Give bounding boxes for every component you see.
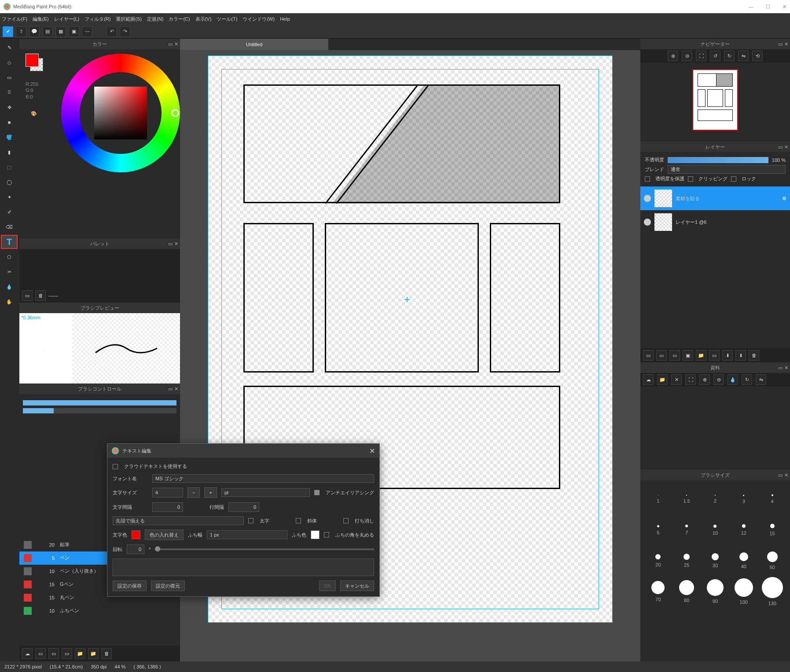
palette-area[interactable] [19,249,180,289]
text-input-area[interactable] [113,559,374,576]
panel-close-icon[interactable]: ✕ [174,41,178,47]
brushsize-cell[interactable]: 80 [672,576,701,607]
group-icon[interactable]: ▣ [683,350,693,361]
rotate-right-icon[interactable]: ↻ [724,51,735,61]
brushsize-cell[interactable]: 2 [701,484,730,515]
restore-settings-button[interactable]: 設定の復元 [151,581,185,591]
select-pen-icon[interactable]: ✐ [1,205,18,219]
maximize-icon[interactable]: ☐ [766,4,770,10]
layer-item[interactable]: レイヤー1 @6 [640,210,790,234]
text-color-chip[interactable] [132,530,140,539]
font-size-input[interactable] [152,488,183,497]
rotate-input[interactable] [127,544,144,554]
dup-brush-icon[interactable]: ▭ [62,648,72,659]
hand-tool-icon[interactable]: ✋ [1,295,18,309]
mat-rotate-icon[interactable]: ↻ [742,374,752,385]
visibility-icon[interactable] [644,195,651,202]
strike-checkbox[interactable] [343,518,349,523]
menu-color[interactable]: カラー(C) [169,16,190,22]
brushsize-cell[interactable]: 30 [701,545,730,576]
edge-width-dropdown[interactable]: 1 px [207,530,287,539]
menu-layer[interactable]: レイヤー(L) [54,16,79,22]
trash-icon[interactable]: 🗑 [101,648,112,659]
brushsize-cell[interactable]: 1.5 [672,484,701,515]
undo-icon[interactable]: ↶ [107,26,117,37]
delete-layer-icon[interactable]: 🗑 [749,350,759,361]
add2-icon[interactable]: ▭ [48,648,59,659]
menu-tool[interactable]: ツール(T) [217,16,237,22]
font-dropdown[interactable]: MS ゴシック [152,474,374,483]
brushsize-cell[interactable]: 4 [758,484,786,515]
panel-undock-icon[interactable]: ▭ [168,41,173,47]
cloud-brush-icon[interactable]: ☁ [22,648,33,659]
mat-fit-icon[interactable]: ⛶ [685,374,696,385]
menu-file[interactable]: ファイル(F) [2,16,27,22]
merge2-icon[interactable]: ⬇ [735,350,746,361]
mat-zoomout-icon[interactable]: ⊖ [713,374,724,385]
dot-tool-icon[interactable]: ⠿ [1,85,18,99]
mat-flip-icon[interactable]: ⇋ [756,374,766,385]
palette-add-icon[interactable]: ▭ [22,290,33,301]
palette-delete-icon[interactable]: 🗑 [35,290,46,301]
add-brush-icon[interactable]: ▭ [35,648,46,659]
folder-layer-icon[interactable]: 📁 [696,350,706,361]
gradient-tool-icon[interactable]: ▮ [1,145,18,159]
menu-view[interactable]: 表示(V) [195,16,212,22]
bold-checkbox[interactable] [248,518,254,523]
save-settings-button[interactable]: 設定の保存 [113,581,147,591]
blend-dropdown[interactable]: 通常 [668,165,786,174]
lock-checkbox[interactable] [731,176,736,182]
select-erase-icon[interactable]: ⌫ [1,220,18,234]
layer-item[interactable]: 素材を貼る ⚙ [640,186,790,210]
brushsize-cell[interactable]: 3 [729,484,758,515]
menu-edit[interactable]: 編集(E) [33,16,49,22]
opacity-slider[interactable] [668,157,768,163]
eraser-tool-icon[interactable]: ◇ [1,55,18,69]
clipping-checkbox[interactable] [688,176,693,182]
brushsize-cell[interactable]: 12 [729,515,758,545]
swap-colors-button[interactable]: 色の入れ替え [145,530,184,540]
aa-checkbox[interactable] [314,490,320,495]
dialog-close-icon[interactable]: ✕ [369,447,375,455]
round-edge-checkbox[interactable] [324,532,329,537]
brushsize-cell[interactable]: 50 [758,545,786,576]
select-rect-icon[interactable]: ⬚ [1,160,18,174]
menu-help[interactable]: Help [280,16,290,22]
navigator-thumb[interactable] [640,62,790,137]
size-minus-button[interactable]: − [187,487,200,498]
size-plus-button[interactable]: + [204,487,217,498]
brush-tool-icon[interactable]: ✎ [1,40,18,55]
merge-icon[interactable]: ⬇ [722,350,733,361]
brushsize-cell[interactable]: 130 [758,576,786,607]
brushsize-cell[interactable]: 10 [701,515,730,545]
fit-icon[interactable]: ⛶ [696,51,706,61]
page-icon[interactable]: ▤ [42,26,53,37]
dup-layer-icon[interactable]: ▭ [709,350,720,361]
move-tool-icon[interactable]: ✥ [1,100,18,114]
zoom-in-icon[interactable]: ⊕ [668,51,678,61]
unit-dropdown[interactable]: pt [221,488,310,497]
doc-icon[interactable]: ▦ [55,26,66,37]
mat-cloud-icon[interactable]: ☁ [643,374,654,385]
divide-icon[interactable]: ✂ [1,265,18,279]
brush-item[interactable]: 10ふちペン [19,604,180,617]
line-spacing-input[interactable] [228,502,259,512]
flip-icon[interactable]: ⇋ [738,51,749,61]
protect-alpha-checkbox[interactable] [645,176,650,182]
cancel-button[interactable]: キャンセル [340,581,374,591]
tab-untitled[interactable]: Untitled [180,39,328,50]
folder2-icon[interactable]: 📁 [88,648,99,659]
brushsize-cell[interactable]: 25 [672,545,701,576]
color-swatch[interactable] [26,54,43,71]
brushsize-cell[interactable]: 70 [644,576,672,607]
palette-icon[interactable]: 🎨 [26,106,42,121]
minimize-icon[interactable]: — [749,4,753,10]
eyedropper-icon[interactable]: 💧 [1,280,18,294]
folder-icon[interactable]: 📁 [75,648,85,659]
cloud-sync-icon[interactable]: ✔ [3,26,13,37]
mat-close-icon[interactable]: ✕ [671,374,682,385]
mat-zoomin-icon[interactable]: ⊕ [699,374,710,385]
grid-icon[interactable]: ▣ [69,26,79,37]
brushsize-cell[interactable]: 7 [672,515,701,545]
color-wheel[interactable] [61,54,180,172]
